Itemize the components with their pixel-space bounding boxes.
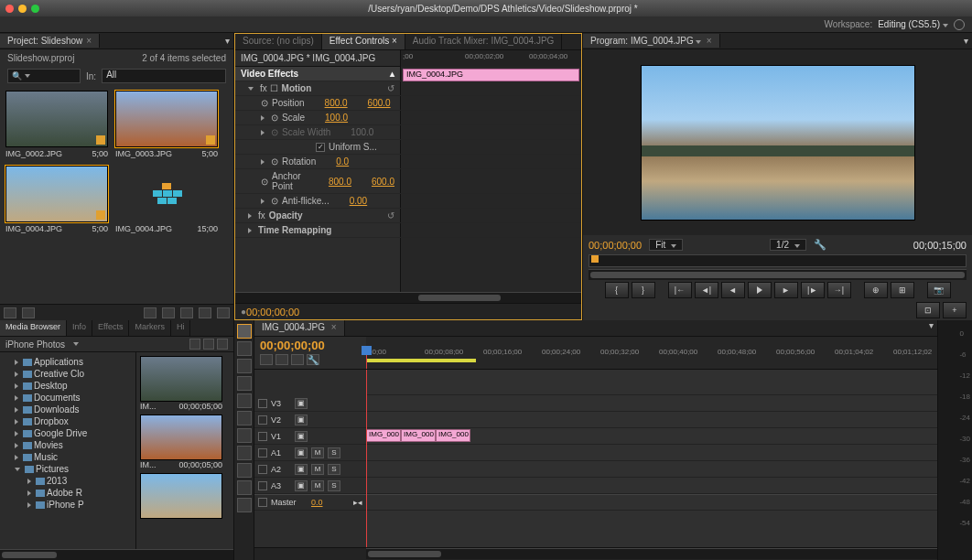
ingest-icon[interactable] — [203, 339, 214, 350]
uniform-scale-checkbox[interactable]: ✓ Uniform S... — [235, 140, 400, 154]
timeline-clip[interactable]: IMG_000 — [436, 429, 470, 442]
next-frame-button[interactable]: ► — [774, 282, 798, 298]
lock-icon[interactable] — [258, 465, 267, 474]
find-button[interactable] — [162, 307, 175, 318]
markers-tab[interactable]: Markers — [129, 320, 171, 336]
program-tc-left[interactable]: 00;00;00;00 — [589, 240, 642, 251]
scale-value[interactable]: 100.0 — [325, 113, 348, 123]
solo-button[interactable]: S — [328, 447, 340, 458]
bin-item[interactable]: IMG_0002.JPG5;00 — [5, 91, 108, 158]
lane-v1[interactable]: IMG_000 IMG_000 IMG_000 — [366, 428, 937, 445]
rolling-edit-tool[interactable] — [237, 376, 252, 391]
automate-button[interactable] — [144, 307, 157, 318]
prev-frame-button[interactable]: ◄ — [721, 282, 745, 298]
info-tab[interactable]: Info — [67, 320, 92, 336]
track-v3[interactable]: V3▣ — [254, 395, 366, 412]
ec-ruler[interactable]: ;00 00;00;02;00 00;00;04;00 — [400, 50, 581, 67]
linked-sel-button[interactable] — [275, 354, 288, 365]
pen-tool[interactable] — [237, 463, 252, 478]
sequence-tab[interactable]: IMG_0004.JPG × — [254, 320, 345, 336]
anchor-x-value[interactable]: 800.0 — [329, 177, 351, 187]
ec-timecode[interactable]: 00;00;00;00 — [246, 307, 299, 318]
timeline-ruler[interactable]: 00;00 00;00;08;00 00;00;16;00 00;00;24;0… — [366, 337, 937, 369]
mute-button[interactable]: M — [311, 464, 324, 475]
panel-menu-icon[interactable]: ▾ — [925, 320, 937, 336]
opacity-effect[interactable]: fx Opacity↺ — [235, 209, 400, 222]
toggle-output-button[interactable]: ▣ — [295, 431, 308, 442]
time-remap-effect[interactable]: Time Remapping — [235, 223, 400, 237]
effect-controls-tab[interactable]: Effect Controls × — [322, 34, 405, 49]
track-v2[interactable]: V2▣ — [254, 412, 366, 428]
close-icon[interactable]: × — [389, 36, 397, 46]
source-tab[interactable]: Source: (no clips) — [235, 34, 322, 49]
lane-a1[interactable] — [366, 445, 937, 461]
track-a3[interactable]: A3▣MS — [254, 478, 366, 494]
slide-tool[interactable] — [237, 446, 252, 460]
settings-icon[interactable]: 🔧 — [814, 239, 826, 251]
lock-icon[interactable] — [258, 481, 267, 490]
lane-master[interactable] — [366, 494, 937, 511]
tree-item[interactable]: 2013 — [2, 475, 134, 487]
timeline-clip[interactable]: IMG_000 — [366, 429, 401, 442]
history-tab[interactable]: Hi — [171, 320, 191, 336]
lane-a3[interactable] — [366, 478, 937, 494]
program-ruler[interactable] — [589, 254, 967, 267]
fit-select[interactable]: Fit — [649, 239, 683, 251]
mark-out-button[interactable]: } — [632, 282, 655, 298]
anchor-prop[interactable]: ⊙ Anchor Point800.0 600.0 — [235, 169, 400, 193]
close-icon[interactable]: × — [707, 36, 712, 46]
go-to-out-button[interactable]: →| — [827, 282, 851, 298]
position-prop[interactable]: ⊙ Position800.0 600.0 — [235, 96, 400, 110]
collapse-icon[interactable]: ▴ — [390, 69, 394, 79]
export-frame-button[interactable]: 📷 — [927, 282, 951, 298]
chevron-down-icon[interactable] — [696, 40, 701, 44]
track-select-tool[interactable] — [237, 341, 252, 356]
track-a1[interactable]: A1▣MS — [254, 445, 366, 461]
reset-icon[interactable]: ↺ — [387, 83, 394, 93]
tree-item[interactable]: Desktop — [2, 380, 134, 392]
toggle-output-button[interactable]: ▣ — [295, 415, 308, 425]
anchor-y-value[interactable]: 600.0 — [372, 177, 394, 187]
solo-button[interactable]: S — [328, 480, 340, 491]
tree-item[interactable]: Music — [2, 451, 134, 463]
workspace-select[interactable]: Editing (CS5.5) — [878, 19, 948, 29]
tree-item[interactable]: Pictures — [2, 463, 134, 475]
list-view-button[interactable] — [4, 307, 16, 318]
media-thumb[interactable]: IM...00;00;05;00 — [140, 356, 222, 411]
slip-tool[interactable] — [237, 428, 252, 443]
timeline-clip[interactable]: IMG_000 — [401, 429, 436, 442]
mute-button[interactable]: M — [311, 447, 324, 458]
tree-item[interactable]: iPhone P — [2, 499, 134, 511]
program-tab[interactable]: Program: IMG_0004.JPG× — [583, 34, 720, 48]
flicker-prop[interactable]: ⊙ Anti-flicke...0.00 — [235, 194, 400, 208]
timeline-timecode[interactable]: 00;00;00;00 — [260, 339, 361, 352]
zoom-tool[interactable] — [237, 498, 252, 512]
mute-button[interactable]: ▣ — [295, 464, 308, 475]
track-a2[interactable]: A2▣MS — [254, 461, 366, 478]
timeline-scrollbar[interactable] — [368, 551, 441, 557]
tree-item[interactable]: Movies — [2, 439, 134, 451]
tree-item[interactable]: Dropbox — [2, 415, 134, 427]
safe-margin-button[interactable]: ⊡ — [916, 302, 940, 318]
track-v1[interactable]: V1▣ — [254, 428, 366, 445]
project-search-input[interactable]: 🔍 — [7, 69, 81, 83]
tree-item[interactable]: Downloads — [2, 404, 134, 415]
zoom-select[interactable]: 1/2 — [770, 239, 806, 251]
rotation-prop[interactable]: ⊙ Rotation0.0 — [235, 155, 400, 168]
tree-item[interactable]: Adobe R — [2, 487, 134, 499]
solo-button[interactable]: S — [328, 464, 340, 475]
reset-icon[interactable]: ↺ — [387, 210, 394, 221]
position-y-value[interactable]: 600.0 — [368, 98, 391, 108]
button-editor-button[interactable]: + — [943, 302, 967, 318]
close-dot[interactable] — [5, 5, 14, 13]
mute-button[interactable]: M — [311, 480, 324, 491]
toggle-output-button[interactable]: ▣ — [295, 398, 308, 409]
settings-button[interactable]: 🔧 — [307, 354, 319, 365]
icon-view-button[interactable] — [22, 307, 35, 318]
lane-a2[interactable] — [366, 461, 937, 478]
ripple-edit-tool[interactable] — [237, 359, 252, 373]
search-icon[interactable] — [954, 19, 965, 30]
lane-v2[interactable] — [366, 412, 937, 428]
effects-tab[interactable]: Effects — [92, 320, 129, 336]
lock-icon[interactable] — [258, 415, 267, 425]
